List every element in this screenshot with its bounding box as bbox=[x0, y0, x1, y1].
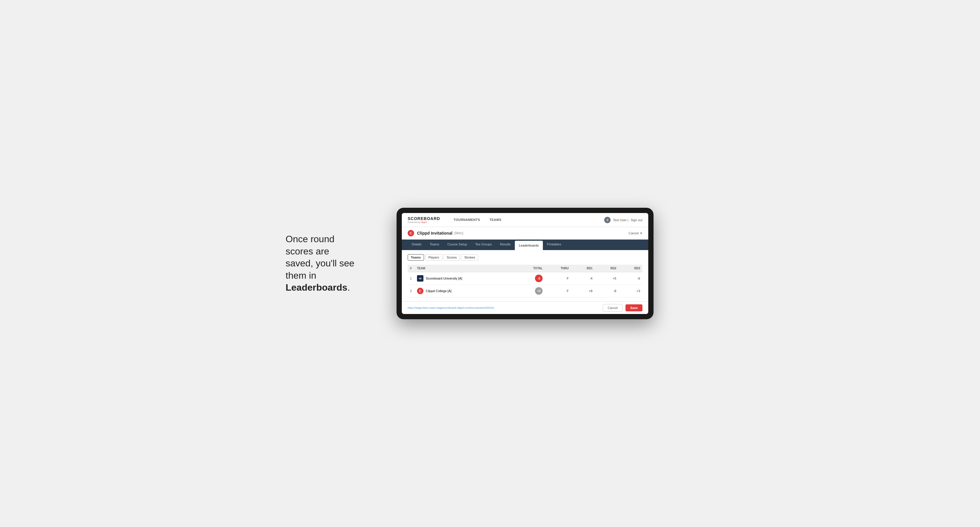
text-line3: saved, you'll see bbox=[286, 258, 355, 268]
save-button[interactable]: Save bbox=[625, 304, 643, 311]
tournament-icon: C bbox=[408, 230, 414, 237]
logo-brand: clippd bbox=[420, 221, 426, 224]
rd2-1: +5 bbox=[595, 272, 619, 285]
close-icon: ✕ bbox=[640, 232, 643, 235]
rd2-2: -8 bbox=[595, 285, 619, 297]
filter-scores[interactable]: Scores bbox=[444, 254, 460, 260]
tab-course-setup[interactable]: Course Setup bbox=[443, 240, 471, 250]
top-nav: SCOREBOARD Powered by clippd TOURNAMENTS… bbox=[402, 213, 648, 227]
tournament-subtitle: (Men) bbox=[454, 231, 463, 235]
col-rd1: RD1 bbox=[571, 265, 595, 272]
footer: https://stage-blue-coach.stagescoreboard… bbox=[402, 302, 648, 314]
filter-players[interactable]: Players bbox=[425, 254, 442, 260]
col-rd2: RD2 bbox=[595, 265, 619, 272]
col-rd3: RD3 bbox=[619, 265, 643, 272]
tab-teams[interactable]: Teams bbox=[426, 240, 443, 250]
tab-details[interactable]: Details bbox=[408, 240, 426, 250]
nav-links: TOURNAMENTS TEAMS bbox=[449, 213, 604, 227]
url-bar: https://stage-blue-coach.stagescoreboard… bbox=[408, 306, 494, 309]
content-area: Teams Players Scores Strokes # TEAM TOTA… bbox=[402, 250, 648, 302]
logo-subtitle: Powered by clippd bbox=[408, 221, 440, 224]
filter-strokes[interactable]: Strokes bbox=[461, 254, 478, 260]
tablet-screen: SCOREBOARD Powered by clippd TOURNAMENTS… bbox=[402, 213, 648, 314]
cancel-button[interactable]: Cancel bbox=[603, 304, 622, 312]
tablet-frame: SCOREBOARD Powered by clippd TOURNAMENTS… bbox=[396, 208, 654, 319]
team-logo-c: C bbox=[417, 288, 423, 294]
text-period: . bbox=[347, 282, 350, 293]
col-team: TEAM bbox=[415, 265, 516, 272]
rd3-1: -6 bbox=[619, 272, 643, 285]
sign-out-link[interactable]: Sign out bbox=[631, 218, 643, 222]
rank-1: 1 bbox=[408, 272, 415, 285]
col-thru: THRU bbox=[545, 265, 571, 272]
sub-nav: Details Teams Course Setup Tee Groups Re… bbox=[402, 240, 648, 250]
score-badge-2: +3 bbox=[535, 287, 542, 295]
tab-results[interactable]: Results bbox=[496, 240, 515, 250]
col-rank: # bbox=[408, 265, 415, 272]
tab-printables[interactable]: Printables bbox=[543, 240, 565, 250]
score-badge-1: -5 bbox=[535, 275, 542, 282]
text-line2: scores are bbox=[286, 246, 329, 257]
table-row: 1 SB Scoreboard University [A] -5 bbox=[408, 272, 643, 285]
rd1-1: -4 bbox=[571, 272, 595, 285]
user-name: Test User | bbox=[613, 218, 628, 222]
table-header-row: # TEAM TOTAL THRU RD1 RD2 RD3 bbox=[408, 265, 643, 272]
team-name-2: Clippd College [A] bbox=[426, 289, 452, 293]
tab-tee-groups[interactable]: Tee Groups bbox=[471, 240, 496, 250]
team-name-1: Scoreboard University [A] bbox=[426, 277, 462, 280]
tournament-title: Clippd Invitational bbox=[417, 231, 452, 235]
text-line4: them in bbox=[286, 270, 316, 281]
table-row: 2 C Clippd College [A] +3 bbox=[408, 285, 643, 297]
rd1-2: +8 bbox=[571, 285, 595, 297]
total-2: +3 bbox=[516, 285, 545, 297]
logo-title: SCOREBOARD bbox=[408, 216, 440, 221]
tournament-header: C Clippd Invitational (Men) Cancel ✕ bbox=[402, 227, 648, 240]
leaderboard-table: # TEAM TOTAL THRU RD1 RD2 RD3 1 bbox=[408, 265, 643, 297]
team-cell-1: SB Scoreboard University [A] bbox=[415, 272, 516, 285]
filter-teams[interactable]: Teams bbox=[408, 254, 424, 260]
thru-1: F bbox=[545, 272, 571, 285]
total-1: -5 bbox=[516, 272, 545, 285]
tournament-cancel-button[interactable]: Cancel ✕ bbox=[629, 232, 643, 235]
nav-tournaments[interactable]: TOURNAMENTS bbox=[449, 213, 485, 227]
team-cell-2: C Clippd College [A] bbox=[415, 285, 516, 297]
user-avatar: S bbox=[604, 217, 611, 223]
text-line1: Once round bbox=[286, 234, 334, 244]
logo-area: SCOREBOARD Powered by clippd bbox=[408, 216, 440, 224]
rank-2: 2 bbox=[408, 285, 415, 297]
nav-teams[interactable]: TEAMS bbox=[485, 213, 506, 227]
tab-leaderboards[interactable]: Leaderboards bbox=[515, 241, 543, 250]
left-description: Once round scores are saved, you'll see … bbox=[286, 233, 379, 294]
text-leaderboards: Leaderboards bbox=[286, 282, 347, 293]
nav-right: S Test User | Sign out bbox=[604, 217, 643, 223]
rd3-2: +3 bbox=[619, 285, 643, 297]
col-total: TOTAL bbox=[516, 265, 545, 272]
team-logo-sb: SB bbox=[417, 275, 423, 282]
thru-2: F bbox=[545, 285, 571, 297]
filter-buttons: Teams Players Scores Strokes bbox=[408, 254, 643, 260]
cancel-label: Cancel bbox=[629, 232, 639, 235]
